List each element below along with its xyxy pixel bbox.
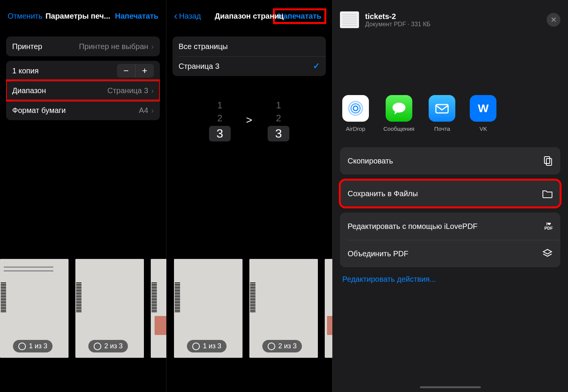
actions-group-1: Скопировать bbox=[340, 147, 560, 175]
thumb-label: 2 из 3 bbox=[278, 342, 297, 350]
vk-icon: W bbox=[470, 95, 496, 122]
barcode-icon bbox=[1, 282, 6, 312]
printer-row[interactable]: Принтер Принтер не выбран › bbox=[6, 37, 160, 56]
select-circle-icon[interactable] bbox=[268, 343, 275, 350]
single-page-label: Страница 3 bbox=[179, 62, 219, 71]
print-options-panel: Отменить Параметры печ... Напечатать При… bbox=[0, 0, 166, 392]
thumb-label: 1 из 3 bbox=[29, 342, 47, 350]
doc-line bbox=[4, 267, 53, 268]
range-picker[interactable]: 1 2 3 > 1 2 3 bbox=[166, 99, 332, 141]
chevron-left-icon: ‹ bbox=[174, 10, 177, 22]
all-pages-row[interactable]: Все страницы bbox=[172, 37, 326, 56]
back-button[interactable]: ‹ Назад bbox=[174, 10, 201, 22]
range-row[interactable]: Диапазон Страница 3 › bbox=[6, 81, 160, 100]
picker-from[interactable]: 1 2 3 bbox=[209, 99, 231, 141]
picker-to-2: 2 bbox=[276, 112, 281, 125]
stepper-minus-button[interactable]: − bbox=[117, 64, 135, 78]
file-thumbnail-icon bbox=[340, 11, 359, 28]
airdrop-icon bbox=[342, 95, 369, 122]
stepper-plus-button[interactable]: + bbox=[136, 64, 154, 78]
messages-label: Сообщения bbox=[383, 125, 414, 132]
navbar-page-range: ‹ Назад Диапазон страниц Напечатать bbox=[166, 0, 332, 32]
page-title: Диапазон страниц bbox=[215, 12, 284, 21]
copy-icon bbox=[543, 156, 553, 166]
thumb-label: 2 из 3 bbox=[104, 342, 123, 350]
select-circle-icon[interactable] bbox=[94, 343, 101, 350]
all-pages-label: Все страницы bbox=[179, 42, 228, 51]
barcode-icon bbox=[175, 282, 180, 312]
file-name: tickets-2 bbox=[365, 12, 431, 21]
picker-to-1: 1 bbox=[276, 99, 281, 112]
close-icon: ✕ bbox=[550, 15, 557, 24]
vk-app[interactable]: W VK bbox=[470, 95, 496, 132]
share-header: tickets-2 Документ PDF · 331 КБ ✕ bbox=[332, 0, 568, 34]
thumb-badge[interactable]: 2 из 3 bbox=[262, 340, 302, 352]
airdrop-label: AirDrop bbox=[346, 125, 365, 132]
select-circle-icon[interactable] bbox=[192, 343, 200, 350]
paper-label: Формат бумаги bbox=[12, 106, 66, 115]
picker-to-selected: 3 bbox=[268, 126, 290, 141]
svg-point-0 bbox=[353, 106, 358, 111]
ilovepdf-label: Редактировать с помощью iLovePDF bbox=[348, 222, 477, 231]
share-sheet-panel: tickets-2 Документ PDF · 331 КБ ✕ AirDro… bbox=[332, 0, 568, 392]
merge-pdf-action[interactable]: Объединить PDF bbox=[340, 240, 560, 267]
page-thumbnails: 1 из 3 2 из 3 bbox=[174, 259, 348, 358]
back-label: Назад bbox=[179, 12, 201, 21]
doc-line bbox=[4, 270, 53, 271]
thumb-page-1[interactable]: 1 из 3 bbox=[0, 259, 69, 358]
save-to-files-action[interactable]: Сохранить в Файлы bbox=[340, 180, 560, 207]
layers-icon bbox=[542, 248, 553, 259]
single-page-row[interactable]: Страница 3 ✓ bbox=[172, 56, 326, 76]
printer-label: Принтер bbox=[12, 42, 42, 51]
thumb-badge[interactable]: 1 из 3 bbox=[13, 340, 53, 352]
svg-rect-6 bbox=[546, 159, 552, 165]
barcode-icon bbox=[152, 282, 157, 312]
svg-rect-5 bbox=[544, 157, 550, 163]
svg-rect-4 bbox=[436, 105, 448, 113]
range-label: Диапазон bbox=[12, 86, 46, 95]
cancel-button[interactable]: Отменить bbox=[8, 12, 42, 21]
ilovepdf-icon: I❤PDF bbox=[544, 222, 553, 230]
messages-icon bbox=[386, 95, 412, 122]
thumb-badge[interactable]: 1 из 3 bbox=[187, 340, 227, 352]
printer-value: Принтер не выбран bbox=[79, 42, 148, 51]
ilovepdf-action[interactable]: Редактировать с помощью iLovePDF I❤PDF bbox=[340, 213, 560, 240]
vk-label: VK bbox=[479, 125, 487, 132]
share-apps-row[interactable]: AirDrop Сообщения Почта W VK bbox=[332, 34, 568, 140]
thumb-page-2[interactable]: 2 из 3 bbox=[75, 259, 144, 358]
select-circle-icon[interactable] bbox=[18, 343, 26, 350]
page-title: Параметры печ... bbox=[45, 12, 112, 21]
page-range-panel: ‹ Назад Диапазон страниц Напечатать Все … bbox=[166, 0, 332, 392]
edit-actions-link[interactable]: Редактировать действия... bbox=[332, 267, 568, 291]
picker-from-1: 1 bbox=[217, 99, 222, 112]
airdrop-app[interactable]: AirDrop bbox=[342, 95, 369, 132]
mail-app[interactable]: Почта bbox=[429, 95, 455, 132]
chevron-right-icon: › bbox=[151, 42, 154, 51]
thumb-page-1[interactable]: 1 из 3 bbox=[174, 259, 243, 358]
copy-action[interactable]: Скопировать bbox=[340, 147, 560, 175]
printer-group: Принтер Принтер не выбран › bbox=[6, 37, 160, 56]
picker-to[interactable]: 1 2 3 bbox=[268, 99, 290, 141]
barcode-icon bbox=[76, 282, 81, 312]
actions-group-3: Редактировать с помощью iLovePDF I❤PDF О… bbox=[340, 213, 560, 267]
copies-stepper[interactable]: − + bbox=[117, 64, 154, 78]
settings-group: 1 копия − + Диапазон Страница 3 › Формат… bbox=[6, 61, 160, 120]
svg-point-1 bbox=[351, 104, 360, 113]
picker-from-selected: 3 bbox=[209, 126, 231, 141]
chevron-right-icon: › bbox=[151, 86, 154, 95]
file-meta: Документ PDF · 331 КБ bbox=[365, 21, 431, 28]
svg-point-3 bbox=[392, 103, 405, 113]
actions-group-2: Сохранить в Файлы bbox=[340, 180, 560, 207]
thumb-badge[interactable]: 2 из 3 bbox=[88, 340, 128, 352]
messages-app[interactable]: Сообщения bbox=[383, 95, 414, 132]
paper-value: A4 bbox=[139, 106, 148, 115]
close-button[interactable]: ✕ bbox=[547, 13, 560, 27]
navbar-print-options: Отменить Параметры печ... Напечатать bbox=[0, 0, 166, 32]
paper-row[interactable]: Формат бумаги A4 › bbox=[6, 100, 160, 120]
mail-icon bbox=[429, 95, 455, 122]
barcode-icon bbox=[250, 282, 255, 312]
picker-from-2: 2 bbox=[217, 112, 222, 125]
print-button[interactable]: Напечатать bbox=[115, 12, 158, 21]
thumb-page-2[interactable]: 2 из 3 bbox=[249, 259, 318, 358]
merge-label: Объединить PDF bbox=[348, 249, 408, 258]
